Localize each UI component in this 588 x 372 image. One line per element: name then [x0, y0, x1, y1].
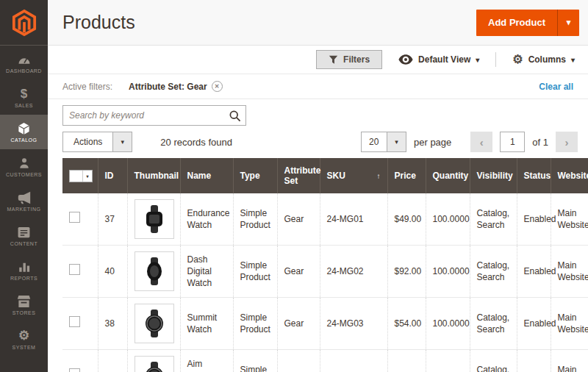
columns-selector[interactable]: ⚙ Columns ▾	[509, 54, 578, 65]
cell-sku: 24-MG03	[320, 298, 387, 350]
cell-name: Endurance Watch	[180, 193, 233, 246]
endurance-watch-image	[135, 199, 174, 239]
select-all-header[interactable]: ▾	[62, 158, 98, 193]
sidebar-item-system[interactable]: ⚙ SYSTEM	[0, 322, 48, 357]
columns-label: Columns	[528, 54, 566, 65]
sidebar-item-label: CATALOG	[11, 137, 37, 143]
column-header-websites[interactable]: Websites	[551, 158, 588, 193]
sidebar-item-stores[interactable]: STORES	[0, 287, 48, 322]
cell-type: Simple Product	[233, 298, 277, 350]
column-header-name[interactable]: Name	[180, 158, 233, 193]
add-product-dropdown-toggle[interactable]: ▾	[557, 10, 579, 36]
marketing-icon	[17, 190, 32, 205]
table-header-row: ▾IDThumbnailNameTypeAttribute SetSKU↑Pri…	[62, 158, 588, 193]
table-row[interactable]: 38Summit WatchSimple ProductGear24-MG03$…	[62, 298, 588, 350]
table-body: 37Endurance WatchSimple ProductGear24-MG…	[62, 193, 588, 372]
sidebar-item-reports[interactable]: REPORTS	[0, 253, 48, 287]
clear-all-link[interactable]: Clear all	[539, 82, 573, 92]
cell-visibility: Catalog, Search	[470, 193, 517, 246]
page-number-input[interactable]	[500, 132, 525, 152]
cell-type: Simple Product	[233, 246, 277, 298]
sidebar-item-content[interactable]: CONTENT	[0, 218, 48, 253]
per-page-value: 20	[362, 132, 387, 151]
filter-funnel-icon	[329, 55, 338, 65]
sidebar-item-catalog[interactable]: CATALOG	[0, 115, 48, 149]
sales-icon: $	[21, 87, 27, 101]
sidebar-item-sales[interactable]: $ SALES	[0, 80, 48, 115]
column-header-status[interactable]: Status	[517, 158, 551, 193]
sidebar-item-customers[interactable]: CUSTOMERS	[0, 149, 48, 184]
row-checkbox[interactable]	[69, 368, 80, 372]
column-header-id[interactable]: ID	[98, 158, 127, 193]
cell-attribute_set: Gear	[277, 246, 320, 298]
previous-page-button[interactable]: ‹	[470, 132, 492, 152]
row-checkbox[interactable]	[69, 316, 80, 327]
next-page-button[interactable]: ›	[556, 132, 578, 152]
main-content: Products Add Product ▾ Filters Default V…	[48, 0, 588, 372]
sidebar-item-label: SALES	[15, 103, 33, 108]
cell-websites: Main Website	[551, 298, 588, 350]
column-header-label: SKU	[327, 171, 345, 181]
cell-sku: 24-MG04	[320, 350, 387, 372]
magento-admin-app: DASHBOARD $ SALES CATALOG CUSTOMERS MARK…	[0, 0, 588, 372]
column-header-visibility[interactable]: Visibility	[470, 158, 517, 193]
cell-select	[62, 298, 98, 350]
cell-type: Simple Product	[233, 350, 277, 372]
keyword-search-box	[62, 105, 246, 126]
magento-logo-icon	[12, 9, 37, 37]
row-checkbox[interactable]	[69, 212, 80, 223]
cell-id: 38	[98, 298, 127, 350]
default-view-selector[interactable]: Default View ▾	[395, 54, 482, 65]
cell-visibility: Catalog, Search	[470, 350, 517, 372]
table-head: ▾IDThumbnailNameTypeAttribute SetSKU↑Pri…	[62, 158, 588, 193]
grid-toolbar: Filters Default View ▾ ⚙ Columns ▾	[48, 46, 588, 74]
reports-icon	[18, 260, 31, 274]
search-button[interactable]	[223, 110, 245, 122]
cell-id: 36	[98, 350, 127, 372]
table-row[interactable]: 40Dash Digital WatchSimple ProductGear24…	[62, 246, 588, 298]
page-total-label: of 1	[532, 137, 548, 148]
column-header-quantity[interactable]: Quantity	[426, 158, 470, 193]
row-checkbox[interactable]	[69, 264, 80, 275]
column-header-thumbnail[interactable]: Thumbnail	[127, 158, 180, 193]
select-all-dropdown[interactable]: ▾	[69, 170, 93, 182]
column-header-sku[interactable]: SKU↑	[320, 158, 387, 193]
cell-quantity: 100.0000	[426, 298, 470, 350]
column-header-label: Name	[187, 171, 212, 181]
cell-thumbnail	[127, 298, 180, 350]
sidebar-item-dashboard[interactable]: DASHBOARD	[0, 46, 48, 80]
select-all-checkbox[interactable]	[70, 171, 82, 182]
search-row	[48, 99, 588, 127]
cell-type: Simple Product	[233, 193, 277, 246]
cell-status: Enabled	[517, 193, 551, 246]
column-header-type[interactable]: Type	[233, 158, 277, 193]
column-header-label: Visibility	[477, 171, 513, 181]
remove-filter-icon[interactable]: ✕	[212, 81, 223, 92]
column-header-attribute_set[interactable]: Attribute Set	[277, 158, 320, 193]
search-input[interactable]	[63, 110, 223, 121]
table-row[interactable]: 36Aim Analog WatchSimple ProductGear24-M…	[62, 350, 588, 372]
cell-attribute_set: Gear	[277, 298, 320, 350]
actions-select[interactable]: Actions ▾	[62, 132, 132, 152]
table-row[interactable]: 37Endurance WatchSimple ProductGear24-MG…	[62, 193, 588, 246]
default-view-label: Default View	[418, 54, 470, 65]
records-count: 20 records found	[160, 137, 232, 148]
magento-logo[interactable]	[0, 0, 48, 46]
column-header-price[interactable]: Price	[387, 158, 426, 193]
cell-thumbnail	[127, 350, 180, 372]
aim-analog-watch-image	[135, 356, 174, 372]
add-product-button[interactable]: Add Product ▾	[476, 10, 579, 36]
filters-label: Filters	[343, 54, 370, 65]
column-header-label: Price	[395, 171, 416, 181]
active-filters-label: Active filters:	[62, 82, 112, 92]
sidebar-item-marketing[interactable]: MARKETING	[0, 184, 48, 218]
eye-icon	[398, 54, 413, 65]
page-title: Products	[62, 12, 135, 33]
filters-button[interactable]: Filters	[316, 50, 382, 69]
customers-icon	[18, 156, 30, 171]
per-page-select[interactable]: 20 ▾	[361, 132, 406, 152]
cell-thumbnail	[127, 193, 180, 246]
chevron-down-icon: ▾	[82, 171, 92, 182]
cell-name: Summit Watch	[180, 298, 233, 350]
filter-chip-text: Attribute Set: Gear	[129, 82, 207, 92]
